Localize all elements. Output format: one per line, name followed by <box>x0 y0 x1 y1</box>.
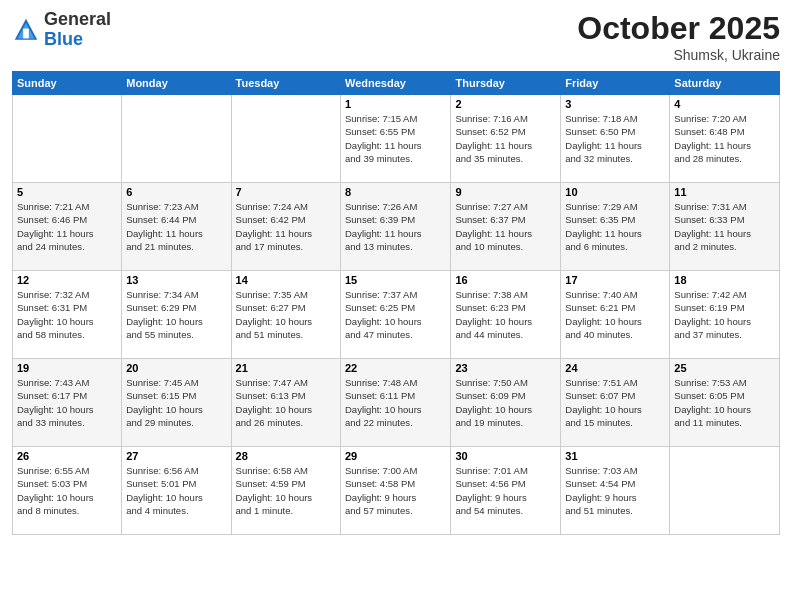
day-cell: 16Sunrise: 7:38 AM Sunset: 6:23 PM Dayli… <box>451 271 561 359</box>
day-number: 5 <box>17 186 117 198</box>
day-cell <box>231 95 340 183</box>
day-number: 19 <box>17 362 117 374</box>
day-number: 31 <box>565 450 665 462</box>
day-cell: 14Sunrise: 7:35 AM Sunset: 6:27 PM Dayli… <box>231 271 340 359</box>
day-info: Sunrise: 7:48 AM Sunset: 6:11 PM Dayligh… <box>345 376 446 429</box>
day-number: 21 <box>236 362 336 374</box>
day-cell: 7Sunrise: 7:24 AM Sunset: 6:42 PM Daylig… <box>231 183 340 271</box>
day-info: Sunrise: 7:27 AM Sunset: 6:37 PM Dayligh… <box>455 200 556 253</box>
day-cell: 30Sunrise: 7:01 AM Sunset: 4:56 PM Dayli… <box>451 447 561 535</box>
calendar: SundayMondayTuesdayWednesdayThursdayFrid… <box>12 71 780 535</box>
day-number: 25 <box>674 362 775 374</box>
day-info: Sunrise: 7:31 AM Sunset: 6:33 PM Dayligh… <box>674 200 775 253</box>
header: General Blue October 2025 Shumsk, Ukrain… <box>12 10 780 63</box>
header-sunday: Sunday <box>13 72 122 95</box>
day-cell: 6Sunrise: 7:23 AM Sunset: 6:44 PM Daylig… <box>122 183 231 271</box>
title-block: October 2025 Shumsk, Ukraine <box>577 10 780 63</box>
day-info: Sunrise: 7:38 AM Sunset: 6:23 PM Dayligh… <box>455 288 556 341</box>
day-number: 22 <box>345 362 446 374</box>
day-number: 4 <box>674 98 775 110</box>
day-info: Sunrise: 7:23 AM Sunset: 6:44 PM Dayligh… <box>126 200 226 253</box>
day-cell: 8Sunrise: 7:26 AM Sunset: 6:39 PM Daylig… <box>341 183 451 271</box>
day-cell: 10Sunrise: 7:29 AM Sunset: 6:35 PM Dayli… <box>561 183 670 271</box>
logo-text: General Blue <box>44 10 111 50</box>
day-cell: 23Sunrise: 7:50 AM Sunset: 6:09 PM Dayli… <box>451 359 561 447</box>
day-cell: 28Sunrise: 6:58 AM Sunset: 4:59 PM Dayli… <box>231 447 340 535</box>
day-cell: 15Sunrise: 7:37 AM Sunset: 6:25 PM Dayli… <box>341 271 451 359</box>
header-friday: Friday <box>561 72 670 95</box>
day-cell: 25Sunrise: 7:53 AM Sunset: 6:05 PM Dayli… <box>670 359 780 447</box>
day-info: Sunrise: 7:16 AM Sunset: 6:52 PM Dayligh… <box>455 112 556 165</box>
week-row-5: 26Sunrise: 6:55 AM Sunset: 5:03 PM Dayli… <box>13 447 780 535</box>
day-info: Sunrise: 7:32 AM Sunset: 6:31 PM Dayligh… <box>17 288 117 341</box>
calendar-body: 1Sunrise: 7:15 AM Sunset: 6:55 PM Daylig… <box>13 95 780 535</box>
header-thursday: Thursday <box>451 72 561 95</box>
day-number: 1 <box>345 98 446 110</box>
day-number: 10 <box>565 186 665 198</box>
week-row-3: 12Sunrise: 7:32 AM Sunset: 6:31 PM Dayli… <box>13 271 780 359</box>
day-info: Sunrise: 7:15 AM Sunset: 6:55 PM Dayligh… <box>345 112 446 165</box>
day-info: Sunrise: 7:18 AM Sunset: 6:50 PM Dayligh… <box>565 112 665 165</box>
header-saturday: Saturday <box>670 72 780 95</box>
day-info: Sunrise: 7:00 AM Sunset: 4:58 PM Dayligh… <box>345 464 446 517</box>
day-cell <box>13 95 122 183</box>
day-cell: 19Sunrise: 7:43 AM Sunset: 6:17 PM Dayli… <box>13 359 122 447</box>
day-number: 24 <box>565 362 665 374</box>
day-cell: 17Sunrise: 7:40 AM Sunset: 6:21 PM Dayli… <box>561 271 670 359</box>
day-info: Sunrise: 7:53 AM Sunset: 6:05 PM Dayligh… <box>674 376 775 429</box>
day-cell: 11Sunrise: 7:31 AM Sunset: 6:33 PM Dayli… <box>670 183 780 271</box>
day-info: Sunrise: 7:45 AM Sunset: 6:15 PM Dayligh… <box>126 376 226 429</box>
day-number: 26 <box>17 450 117 462</box>
header-wednesday: Wednesday <box>341 72 451 95</box>
day-info: Sunrise: 7:20 AM Sunset: 6:48 PM Dayligh… <box>674 112 775 165</box>
day-cell: 12Sunrise: 7:32 AM Sunset: 6:31 PM Dayli… <box>13 271 122 359</box>
day-cell: 27Sunrise: 6:56 AM Sunset: 5:01 PM Dayli… <box>122 447 231 535</box>
day-info: Sunrise: 7:24 AM Sunset: 6:42 PM Dayligh… <box>236 200 336 253</box>
day-info: Sunrise: 7:29 AM Sunset: 6:35 PM Dayligh… <box>565 200 665 253</box>
location: Shumsk, Ukraine <box>577 47 780 63</box>
day-number: 14 <box>236 274 336 286</box>
day-number: 16 <box>455 274 556 286</box>
day-number: 3 <box>565 98 665 110</box>
day-info: Sunrise: 7:42 AM Sunset: 6:19 PM Dayligh… <box>674 288 775 341</box>
day-cell: 31Sunrise: 7:03 AM Sunset: 4:54 PM Dayli… <box>561 447 670 535</box>
day-number: 27 <box>126 450 226 462</box>
day-cell: 26Sunrise: 6:55 AM Sunset: 5:03 PM Dayli… <box>13 447 122 535</box>
day-number: 8 <box>345 186 446 198</box>
day-info: Sunrise: 7:34 AM Sunset: 6:29 PM Dayligh… <box>126 288 226 341</box>
day-number: 28 <box>236 450 336 462</box>
day-cell: 5Sunrise: 7:21 AM Sunset: 6:46 PM Daylig… <box>13 183 122 271</box>
day-info: Sunrise: 7:40 AM Sunset: 6:21 PM Dayligh… <box>565 288 665 341</box>
day-number: 9 <box>455 186 556 198</box>
logo-icon <box>12 16 40 44</box>
day-cell: 24Sunrise: 7:51 AM Sunset: 6:07 PM Dayli… <box>561 359 670 447</box>
day-info: Sunrise: 7:35 AM Sunset: 6:27 PM Dayligh… <box>236 288 336 341</box>
day-cell: 29Sunrise: 7:00 AM Sunset: 4:58 PM Dayli… <box>341 447 451 535</box>
day-cell <box>122 95 231 183</box>
day-number: 6 <box>126 186 226 198</box>
day-info: Sunrise: 7:43 AM Sunset: 6:17 PM Dayligh… <box>17 376 117 429</box>
day-cell: 20Sunrise: 7:45 AM Sunset: 6:15 PM Dayli… <box>122 359 231 447</box>
day-info: Sunrise: 7:01 AM Sunset: 4:56 PM Dayligh… <box>455 464 556 517</box>
day-info: Sunrise: 7:50 AM Sunset: 6:09 PM Dayligh… <box>455 376 556 429</box>
day-number: 17 <box>565 274 665 286</box>
calendar-header: SundayMondayTuesdayWednesdayThursdayFrid… <box>13 72 780 95</box>
day-info: Sunrise: 7:47 AM Sunset: 6:13 PM Dayligh… <box>236 376 336 429</box>
day-cell: 2Sunrise: 7:16 AM Sunset: 6:52 PM Daylig… <box>451 95 561 183</box>
day-number: 13 <box>126 274 226 286</box>
day-cell: 4Sunrise: 7:20 AM Sunset: 6:48 PM Daylig… <box>670 95 780 183</box>
day-cell: 13Sunrise: 7:34 AM Sunset: 6:29 PM Dayli… <box>122 271 231 359</box>
logo-general-text: General <box>44 10 111 30</box>
day-cell: 18Sunrise: 7:42 AM Sunset: 6:19 PM Dayli… <box>670 271 780 359</box>
day-info: Sunrise: 7:03 AM Sunset: 4:54 PM Dayligh… <box>565 464 665 517</box>
day-cell <box>670 447 780 535</box>
day-info: Sunrise: 7:51 AM Sunset: 6:07 PM Dayligh… <box>565 376 665 429</box>
month-title: October 2025 <box>577 10 780 47</box>
day-cell: 1Sunrise: 7:15 AM Sunset: 6:55 PM Daylig… <box>341 95 451 183</box>
day-number: 12 <box>17 274 117 286</box>
day-info: Sunrise: 6:58 AM Sunset: 4:59 PM Dayligh… <box>236 464 336 517</box>
week-row-4: 19Sunrise: 7:43 AM Sunset: 6:17 PM Dayli… <box>13 359 780 447</box>
day-number: 20 <box>126 362 226 374</box>
day-info: Sunrise: 6:56 AM Sunset: 5:01 PM Dayligh… <box>126 464 226 517</box>
header-tuesday: Tuesday <box>231 72 340 95</box>
